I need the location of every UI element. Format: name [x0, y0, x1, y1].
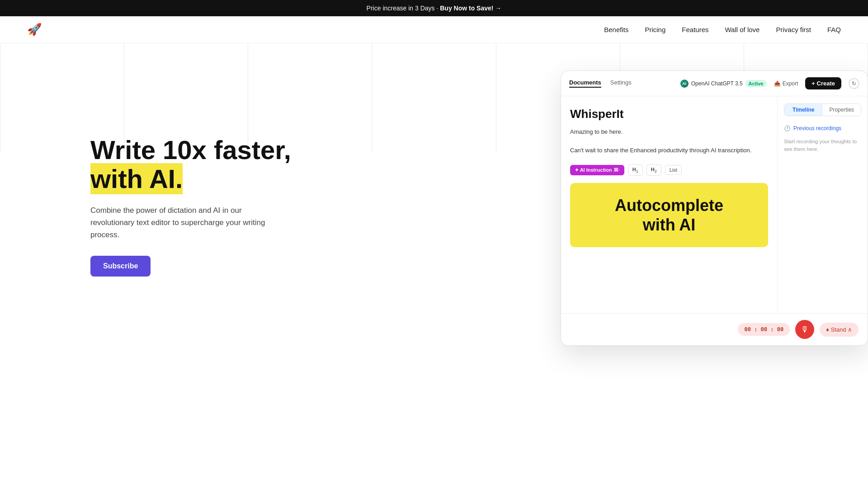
app-sidebar: Timeline Properties 🕐 Previous recording…: [777, 96, 868, 313]
nav-privacy-first[interactable]: Privacy first: [776, 26, 811, 33]
hero-description: Combine the power of dictation and AI in…: [90, 204, 280, 241]
nav-links: Benefits Pricing Features Wall of love P…: [604, 26, 841, 33]
prev-recordings-link[interactable]: 🕐 Previous recordings: [784, 125, 861, 131]
subscribe-button[interactable]: Subscribe: [90, 256, 151, 277]
app-body: WhisperIt Amazing to be here. Can't wait…: [561, 96, 868, 313]
hero-headline-highlight: with AI.: [90, 163, 183, 194]
h2-button[interactable]: H2: [646, 164, 661, 176]
timer-display: 00 : 00 : 00: [738, 323, 790, 336]
mic-button[interactable]: 🎙: [795, 320, 814, 339]
stand-button[interactable]: ♦ Stand ∧: [820, 323, 859, 337]
create-button[interactable]: + Create: [805, 77, 841, 89]
sidebar-tab-properties[interactable]: Properties: [823, 104, 861, 116]
doc-title: WhisperIt: [570, 107, 768, 121]
export-icon: 📤: [774, 80, 781, 87]
model-name: OpenAI ChatGPT 3.5: [691, 80, 743, 87]
autocomplete-banner: Autocomplete with AI: [570, 183, 768, 247]
export-button[interactable]: 📤 Export: [774, 80, 798, 87]
logo-icon: 🚀: [27, 23, 42, 37]
nav-pricing[interactable]: Pricing: [645, 26, 665, 33]
navbar: 🚀 Benefits Pricing Features Wall of love…: [0, 16, 868, 43]
logo[interactable]: 🚀: [27, 23, 42, 37]
clock-icon: 🕐: [784, 125, 791, 131]
app-tabs: Documents Settings: [569, 79, 673, 88]
top-banner: Price increase in 3 Days · Buy Now to Sa…: [0, 0, 868, 16]
hero-text: Write 10x faster, with AI. Combine the p…: [90, 136, 291, 276]
hero-section: Write 10x faster, with AI. Combine the p…: [0, 43, 868, 360]
h1-button[interactable]: H1: [628, 164, 643, 176]
sidebar-tab-timeline[interactable]: Timeline: [784, 104, 823, 116]
nav-faq[interactable]: FAQ: [827, 26, 841, 33]
prev-recordings-label: Previous recordings: [793, 125, 841, 131]
refresh-icon[interactable]: ↻: [849, 78, 859, 89]
app-mockup: Documents Settings AI OpenAI ChatGPT 3.5…: [561, 70, 868, 346]
nav-benefits[interactable]: Benefits: [604, 26, 628, 33]
tab-settings[interactable]: Settings: [610, 79, 632, 88]
autocomplete-line1: Autocomplete: [615, 196, 723, 215]
banner-cta-link[interactable]: Buy Now to Save! →: [440, 5, 501, 12]
nav-features[interactable]: Features: [682, 26, 708, 33]
sidebar-hint: Start recording your thoughts to see the…: [784, 138, 861, 154]
doc-text-2: Can't wait to share the Enhanced product…: [570, 146, 768, 155]
hero-headline-normal: Write 10x faster,: [90, 135, 291, 164]
nav-wall-of-love[interactable]: Wall of love: [725, 26, 760, 33]
sidebar-toggle: Timeline Properties: [784, 103, 861, 116]
page-content: Write 10x faster, with AI. Combine the p…: [0, 43, 868, 450]
active-badge: Active: [745, 80, 767, 87]
openai-icon: AI: [680, 80, 689, 88]
model-badge: AI OpenAI ChatGPT 3.5 Active: [680, 80, 767, 88]
autocomplete-line2: with AI: [643, 216, 696, 234]
toolbar: ✦ AI Instruction ⌘· H1 H2 List: [570, 164, 768, 176]
tab-documents[interactable]: Documents: [569, 79, 601, 88]
doc-text-1: Amazing to be here.: [570, 127, 768, 137]
list-button[interactable]: List: [665, 165, 682, 175]
ai-instruction-button[interactable]: ✦ AI Instruction ⌘·: [570, 165, 624, 175]
banner-text-prefix: Price increase in 3 Days ·: [367, 5, 440, 12]
autocomplete-text: Autocomplete with AI: [581, 196, 757, 235]
hero-headline: Write 10x faster, with AI.: [90, 136, 291, 193]
app-header: Documents Settings AI OpenAI ChatGPT 3.5…: [561, 71, 868, 96]
mic-icon: 🎙: [801, 325, 809, 334]
app-bottom-bar: 00 : 00 : 00 🎙 ♦ Stand ∧: [561, 313, 868, 345]
app-main-content: WhisperIt Amazing to be here. Can't wait…: [561, 96, 777, 313]
export-label: Export: [783, 80, 798, 87]
